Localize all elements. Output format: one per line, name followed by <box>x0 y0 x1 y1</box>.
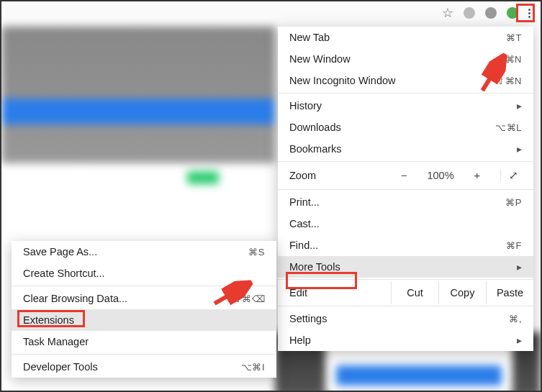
menu-separator <box>12 354 276 355</box>
ext-icon-2[interactable] <box>485 7 497 19</box>
zoom-in-button[interactable]: + <box>471 170 483 181</box>
menu-item-label: New Window <box>289 53 351 65</box>
browser-toolbar-right: ☆ <box>442 5 530 21</box>
menu-item-label: Extensions <box>23 314 74 326</box>
sub-extensions[interactable]: Extensions <box>12 309 276 331</box>
menu-cast[interactable]: Cast... <box>278 213 533 234</box>
menu-separator <box>278 189 533 190</box>
zoom-value: 100% <box>424 170 456 181</box>
menu-item-label: Find... <box>289 240 318 251</box>
menu-item-label: Cast... <box>289 218 320 229</box>
edit-paste-button[interactable]: Paste <box>486 281 533 304</box>
menu-item-label: Create Shortcut... <box>23 268 105 279</box>
more-tools-submenu: Save Page As...⌘SCreate Shortcut...Clear… <box>12 241 276 378</box>
sub-task-manager[interactable]: Task Manager <box>12 331 276 352</box>
zoom-label: Zoom <box>289 170 361 181</box>
menu-zoom-row: Zoom − 100% + ⤢ <box>278 163 533 188</box>
fullscreen-icon[interactable]: ⤢ <box>500 169 526 182</box>
menu-new-tab[interactable]: New Tab⌘T <box>278 27 533 48</box>
edit-copy-button[interactable]: Copy <box>438 281 486 304</box>
menu-shortcut: ⌘, <box>509 314 522 324</box>
menu-item-label: Downloads <box>289 122 341 133</box>
menu-item-label: Settings <box>289 313 327 324</box>
menu-item-label: Save Page As... <box>23 246 97 257</box>
menu-bookmarks[interactable]: Bookmarks▸ <box>278 138 533 160</box>
menu-separator <box>278 161 533 162</box>
menu-shortcut: ⌘S <box>248 247 265 257</box>
menu-item-label: Bookmarks <box>289 143 342 155</box>
kebab-menu-icon[interactable] <box>528 6 530 21</box>
menu-shortcut: ⌘T <box>506 32 522 43</box>
menu-shortcut: ⌥⌘I <box>241 362 265 373</box>
edit-cut-button[interactable]: Cut <box>391 281 438 304</box>
menu-settings[interactable]: Settings⌘, <box>278 308 533 329</box>
menu-more-tools[interactable]: More Tools▸ <box>278 256 533 278</box>
sub-dev-tools[interactable]: Developer Tools⌥⌘I <box>12 356 276 378</box>
menu-item-label: Help <box>289 334 311 346</box>
ext-icon-3[interactable] <box>507 7 518 19</box>
menu-print[interactable]: Print...⌘P <box>278 191 533 213</box>
menu-item-label: History <box>289 100 322 111</box>
menu-item-label: Developer Tools <box>23 361 98 373</box>
submenu-chevron-icon: ▸ <box>517 261 522 273</box>
zoom-out-button[interactable]: − <box>398 170 410 181</box>
menu-item-label: Print... <box>289 196 320 208</box>
submenu-chevron-icon: ▸ <box>517 334 522 346</box>
menu-history[interactable]: History▸ <box>278 95 533 117</box>
menu-item-label: New Incognito Window <box>289 75 396 86</box>
menu-item-label: Task Manager <box>23 336 89 347</box>
menu-separator <box>278 279 533 280</box>
menu-separator <box>278 93 533 94</box>
menu-help[interactable]: Help▸ <box>278 329 533 351</box>
menu-find[interactable]: Find...⌘F <box>278 234 533 256</box>
menu-item-label: More Tools <box>289 261 340 273</box>
menu-shortcut: ⌥⌘L <box>495 122 522 133</box>
edit-label: Edit <box>278 287 391 298</box>
menu-shortcut: ⌘F <box>506 240 522 251</box>
menu-separator <box>278 306 533 306</box>
menu-edit-row: Edit Cut Copy Paste <box>278 281 533 304</box>
ext-icon-1[interactable] <box>464 7 475 19</box>
menu-shortcut: ⌘P <box>505 197 522 208</box>
sub-save-page[interactable]: Save Page As...⌘S <box>12 241 276 263</box>
bookmark-star-icon[interactable]: ☆ <box>442 5 453 21</box>
menu-downloads[interactable]: Downloads⌥⌘L <box>278 117 533 138</box>
submenu-chevron-icon: ▸ <box>517 143 522 155</box>
menu-item-label: New Tab <box>289 32 330 43</box>
submenu-chevron-icon: ▸ <box>517 100 522 111</box>
menu-item-label: Clear Browsing Data... <box>23 293 127 304</box>
